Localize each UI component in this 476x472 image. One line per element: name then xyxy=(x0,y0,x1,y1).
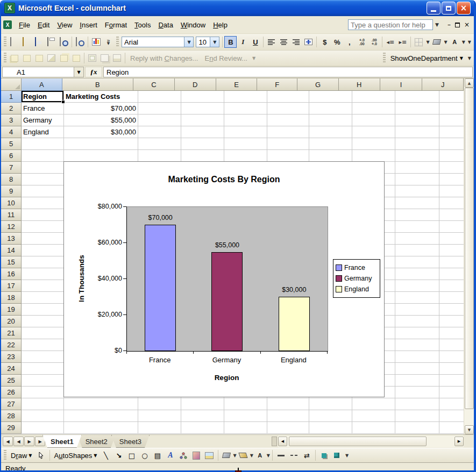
cell-i26[interactable] xyxy=(395,387,439,398)
cell-g6[interactable] xyxy=(309,150,352,162)
cell-e29[interactable] xyxy=(224,422,267,434)
cell-i25[interactable] xyxy=(395,375,439,387)
cell-a4[interactable]: England xyxy=(22,126,64,138)
cell-e4[interactable] xyxy=(224,126,267,138)
menu-insert[interactable]: Insert xyxy=(76,19,101,31)
cell-a26[interactable] xyxy=(22,387,64,398)
row-header-14[interactable]: 14 xyxy=(1,245,22,256)
line-color-dropdown-icon[interactable]: ▼ xyxy=(250,453,253,458)
toolbar-options-button[interactable]: »▼ xyxy=(102,36,115,48)
scroll-up-button[interactable]: ▲ xyxy=(465,78,474,88)
cell-a14[interactable] xyxy=(22,245,64,256)
row-header-29[interactable]: 29 xyxy=(1,422,22,434)
tab-sheet2[interactable]: Sheet2 xyxy=(77,435,116,448)
row-header-16[interactable]: 16 xyxy=(1,268,22,280)
draw-font-color-dropdown-icon[interactable]: ▼ xyxy=(267,453,270,458)
cell-i22[interactable] xyxy=(395,339,439,351)
cell-b4[interactable]: $30,000 xyxy=(64,126,138,138)
cell-g2[interactable] xyxy=(309,103,352,115)
row-header-26[interactable]: 26 xyxy=(1,387,22,398)
cell-j1[interactable] xyxy=(439,91,464,103)
cell-i24[interactable] xyxy=(395,363,439,375)
cell-i14[interactable] xyxy=(395,245,439,256)
menu-format[interactable]: Format xyxy=(101,19,131,31)
cell-j10[interactable] xyxy=(439,197,464,209)
cell-j29[interactable] xyxy=(439,422,464,434)
cell-f29[interactable] xyxy=(267,422,309,434)
close-button[interactable]: × xyxy=(457,2,471,15)
cell-i19[interactable] xyxy=(395,304,439,316)
cell-j7[interactable] xyxy=(439,162,464,174)
row-header-28[interactable]: 28 xyxy=(1,410,22,422)
cell-i17[interactable] xyxy=(395,280,439,292)
percent-button[interactable]: % xyxy=(331,36,343,48)
legend-item-germany[interactable]: Germany xyxy=(336,273,378,284)
column-header-e[interactable]: E xyxy=(216,78,258,91)
cell-a23[interactable] xyxy=(22,351,64,363)
decrease-decimal-button[interactable]: .00+.0 xyxy=(368,36,380,48)
cell-j4[interactable] xyxy=(439,126,464,138)
workbook-minimize-button[interactable]: – xyxy=(447,22,451,28)
scroll-right-button[interactable]: ▶ xyxy=(454,437,464,446)
row-header-18[interactable]: 18 xyxy=(1,292,22,304)
question-input[interactable] xyxy=(348,19,433,30)
chart-wizard-button[interactable] xyxy=(90,36,102,48)
cell-a16[interactable] xyxy=(22,268,64,280)
cell-e1[interactable] xyxy=(224,91,267,103)
row-header-15[interactable]: 15 xyxy=(1,256,22,268)
cell-j18[interactable] xyxy=(439,292,464,304)
italic-button[interactable]: I xyxy=(237,36,249,48)
cell-e5[interactable] xyxy=(224,138,267,150)
select-objects-button[interactable] xyxy=(35,449,47,461)
draw-fill-dropdown-icon[interactable]: ▼ xyxy=(233,453,237,458)
cell-f28[interactable] xyxy=(267,410,309,422)
cell-j14[interactable] xyxy=(439,245,464,256)
cell-c2[interactable] xyxy=(138,103,181,115)
minimize-button[interactable] xyxy=(427,2,441,15)
cell-g4[interactable] xyxy=(309,126,352,138)
cell-a21[interactable] xyxy=(22,327,64,339)
show-one-department-button[interactable]: ShowOneDepartment ▼ xyxy=(387,54,466,62)
insert-picture-button[interactable] xyxy=(203,449,216,461)
cell-h6[interactable] xyxy=(352,150,395,162)
align-left-button[interactable] xyxy=(265,36,278,48)
formula-input[interactable]: Region xyxy=(103,67,473,77)
toolbar-grip[interactable] xyxy=(4,450,6,461)
menu-view[interactable]: View xyxy=(53,19,76,31)
row-header-5[interactable]: 5 xyxy=(1,138,22,150)
cell-b28[interactable] xyxy=(64,410,138,422)
cell-i15[interactable] xyxy=(395,256,439,268)
cell-c6[interactable] xyxy=(138,150,181,162)
cell-b1[interactable]: Marketing Costs xyxy=(64,91,138,103)
macro-toolbar-options-icon[interactable]: ▼ xyxy=(466,56,473,61)
cell-g29[interactable] xyxy=(309,422,352,434)
cell-i12[interactable] xyxy=(395,221,439,233)
cell-a2[interactable]: France xyxy=(22,103,64,115)
cell-i21[interactable] xyxy=(395,327,439,339)
cell-a3[interactable]: Germany xyxy=(22,115,64,126)
cell-a5[interactable] xyxy=(22,138,64,150)
cell-f5[interactable] xyxy=(267,138,309,150)
row-header-13[interactable]: 13 xyxy=(1,233,22,245)
cell-i23[interactable] xyxy=(395,351,439,363)
new-button[interactable] xyxy=(8,36,20,48)
cell-b27[interactable] xyxy=(64,398,138,410)
cell-a22[interactable] xyxy=(22,339,64,351)
cell-a29[interactable] xyxy=(22,422,64,434)
tab-split-handle[interactable] xyxy=(272,437,277,446)
cell-j21[interactable] xyxy=(439,327,464,339)
cell-f6[interactable] xyxy=(267,150,309,162)
cell-i4[interactable] xyxy=(395,126,439,138)
row-header-6[interactable]: 6 xyxy=(1,150,22,162)
cell-e2[interactable] xyxy=(224,103,267,115)
cell-j15[interactable] xyxy=(439,256,464,268)
column-header-f[interactable]: F xyxy=(257,78,297,91)
arrow-button[interactable]: ↘ xyxy=(113,449,125,461)
cell-e28[interactable] xyxy=(224,410,267,422)
review-toolbar-options-icon[interactable]: ▼ xyxy=(251,56,257,61)
search-button[interactable] xyxy=(58,36,70,48)
cell-j23[interactable] xyxy=(439,351,464,363)
cell-g3[interactable] xyxy=(309,115,352,126)
line-button[interactable]: ╲ xyxy=(100,449,112,461)
cell-c4[interactable] xyxy=(138,126,181,138)
